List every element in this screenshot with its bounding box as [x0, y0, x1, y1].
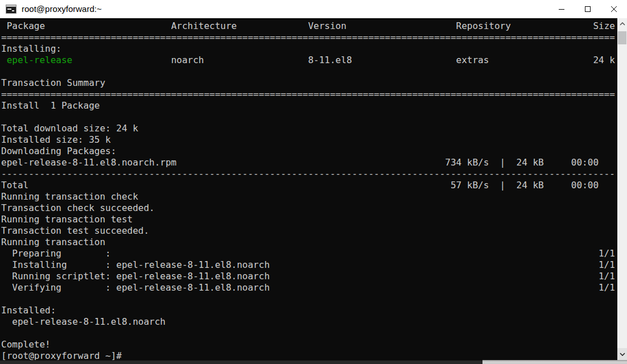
- horizontal-scrollbar-track[interactable]: [482, 360, 627, 364]
- cmd-icon-titlestrip: [6, 5, 16, 7]
- cmd-icon-prompt-mark: [7, 9, 11, 10]
- terminal-line: [1, 66, 617, 77]
- terminal-line: [1, 111, 617, 123]
- terminal-line: Transaction check succeeded.: [1, 202, 617, 214]
- terminal-line: ========================================…: [1, 32, 617, 43]
- terminal-line: Running transaction check: [1, 191, 617, 202]
- title-bar[interactable]: root@proxyforward:~: [0, 0, 627, 18]
- terminal-line: Transaction Summary: [1, 77, 617, 89]
- terminal-line: Running transaction test: [1, 214, 617, 225]
- maximize-button[interactable]: [575, 0, 601, 18]
- terminal-line: [1, 293, 617, 305]
- terminal-line: Transaction test succeeded.: [1, 225, 617, 237]
- terminal-line: Install 1 Package: [1, 100, 617, 111]
- terminal-line: Complete!: [1, 339, 617, 350]
- minimize-button[interactable]: [548, 0, 575, 18]
- close-icon: [610, 6, 617, 13]
- terminal-line: [1, 328, 617, 339]
- terminal-line: epel-release-8-11.el8.noarch: [1, 316, 617, 328]
- terminal-line: ========================================…: [1, 89, 617, 100]
- terminal-line: Installing:: [1, 43, 617, 55]
- terminal-line: epel-release noarch 8-11.el8 extras 24 k: [1, 55, 617, 66]
- bottom-edge-dark-strip: [0, 360, 482, 364]
- console-window: root@proxyforward:~ Package: [0, 0, 627, 364]
- window-title: root@proxyforward:~: [22, 0, 102, 18]
- cmd-prompt-icon: [6, 5, 16, 14]
- chevron-down-icon: [620, 353, 625, 356]
- terminal-line: ----------------------------------------…: [1, 168, 617, 180]
- terminal-line: Installing : epel-release-8-11.el8.noarc…: [1, 259, 617, 271]
- scrollbar-thumb[interactable]: [618, 31, 626, 44]
- scroll-down-button[interactable]: [617, 348, 627, 360]
- terminal-line: Installed:: [1, 305, 617, 316]
- cmd-icon-cursor-mark: [12, 10, 14, 11]
- terminal-line: Installed size: 35 k: [1, 134, 617, 146]
- window-bottom-edge: [0, 360, 627, 364]
- vertical-scrollbar[interactable]: [617, 18, 627, 360]
- terminal-line: Running scriptlet: epel-release-8-11.el8…: [1, 271, 617, 282]
- terminal-line: Total download size: 24 k: [1, 123, 617, 134]
- terminal-line: Preparing : 1/1: [1, 248, 617, 259]
- terminal-line: Package Architecture Version Repository …: [1, 20, 617, 32]
- terminal-line: [root@proxyforward ~]#: [1, 350, 617, 360]
- terminal-line: Total 57 kB/s | 24 kB 00:00: [1, 180, 617, 191]
- terminal-output[interactable]: Package Architecture Version Repository …: [0, 18, 617, 360]
- scroll-up-button[interactable]: [617, 18, 627, 29]
- terminal-line: Running transaction: [1, 237, 617, 248]
- terminal-line: epel-release-8-11.el8.noarch.rpm 734 kB/…: [1, 157, 617, 168]
- close-button[interactable]: [601, 0, 627, 18]
- maximize-icon: [584, 6, 591, 13]
- caption-buttons: [548, 0, 627, 18]
- chevron-up-icon: [620, 22, 625, 26]
- minimize-icon: [558, 6, 565, 13]
- terminal-line: Downloading Packages:: [1, 146, 617, 157]
- terminal-line: Verifying : epel-release-8-11.el8.noarch…: [1, 282, 617, 293]
